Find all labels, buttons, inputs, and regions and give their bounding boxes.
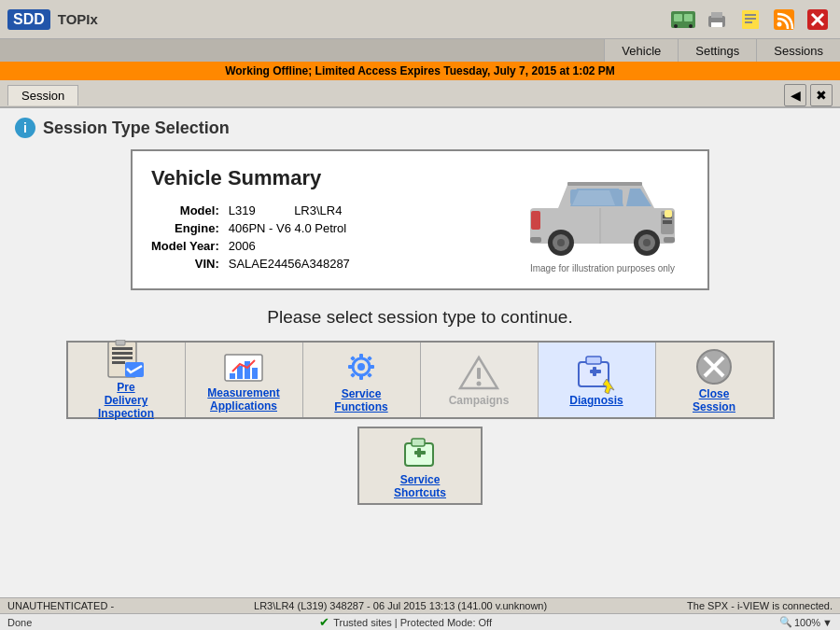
printer-icon-btn[interactable]: [702, 5, 732, 35]
zoom-dropdown[interactable]: ▼: [822, 617, 833, 628]
nav-tabs: Vehicle Settings Sessions: [0, 39, 840, 62]
engine-value: 406PN - V6 4.0 Petrol: [229, 219, 357, 237]
campaigns-label: Campaigns: [449, 394, 510, 407]
tab-vehicle[interactable]: Vehicle: [604, 39, 678, 62]
service-shortcuts-wrap: ServiceShortcuts: [357, 427, 483, 505]
svg-rect-22: [663, 220, 672, 224]
measurement-icon: [223, 347, 264, 386]
svg-rect-33: [664, 237, 675, 243]
status-right: The SPX - i-VIEW is connected.: [687, 600, 833, 611]
campaigns-btn-wrap: Campaigns: [421, 343, 539, 417]
close-session-btn[interactable]: CloseSession: [656, 343, 773, 417]
pre-delivery-btn[interactable]: PreDeliveryInspection: [68, 343, 185, 417]
service-functions-label: ServiceFunctions: [334, 387, 387, 413]
session-tab[interactable]: Session: [7, 85, 78, 105]
svg-rect-36: [112, 347, 133, 350]
diagnosis-icon: [573, 353, 620, 394]
model-year-label: Model Year:: [151, 237, 229, 255]
service-functions-btn[interactable]: ServiceFunctions: [303, 343, 420, 417]
svg-rect-40: [116, 340, 125, 345]
session-back-btn[interactable]: ◀: [784, 84, 806, 106]
svg-rect-58: [477, 368, 481, 379]
close-app-icon-btn[interactable]: [803, 5, 833, 35]
measurement-btn[interactable]: MeasurementApplications: [186, 343, 302, 417]
session-strip: Session ◀ ✖: [0, 80, 840, 108]
check-icon: ✔: [319, 615, 329, 629]
model-year-value: 2006: [229, 237, 357, 255]
model-year-row: Model Year: 2006: [151, 237, 357, 255]
vin-value: SALAE24456A348287: [229, 255, 357, 273]
session-strip-icons: ◀ ✖: [784, 84, 833, 106]
service-functions-icon: [341, 346, 382, 387]
sdo-logo: SDD: [7, 9, 50, 30]
svg-point-13: [777, 21, 782, 26]
close-session-icon: [693, 346, 735, 387]
svg-rect-52: [369, 365, 374, 369]
model-label: Model:: [151, 202, 229, 219]
tab-settings[interactable]: Settings: [678, 39, 756, 62]
tab-sessions[interactable]: Sessions: [756, 39, 840, 62]
section-header: i Session Type Selection: [15, 118, 825, 138]
select-prompt: Please select session type to continue.: [15, 307, 825, 328]
status-center: LR3\LR4 (L319) 348287 - 06 Jul 2015 13:1…: [254, 600, 547, 611]
status-bar: UNAUTHENTICATED - LR3\LR4 (L319) 348287 …: [0, 597, 840, 630]
svg-rect-44: [237, 366, 243, 379]
model-value: L319: [229, 202, 266, 219]
svg-rect-39: [112, 361, 125, 364]
vehicle-icon-btn[interactable]: [668, 5, 698, 35]
svg-rect-46: [252, 368, 258, 379]
zoom-icon: 🔍: [779, 616, 792, 628]
engine-row: Engine: 406PN - V6 4.0 Petrol: [151, 219, 357, 237]
vehicle-summary-box: Vehicle Summary Model: L319 LR3\LR4 Engi…: [131, 149, 709, 290]
pre-delivery-btn-wrap: PreDeliveryInspection: [68, 343, 186, 417]
svg-rect-63: [593, 367, 596, 376]
svg-point-48: [357, 363, 365, 371]
svg-point-3: [674, 24, 678, 28]
vehicle-icon: [669, 6, 697, 34]
main-content: i Session Type Selection Vehicle Summary…: [0, 108, 840, 603]
svg-rect-45: [245, 361, 250, 379]
illustration-note: Image for illustration purposes only: [530, 263, 675, 273]
vehicle-image-area: Image for illustration purposes only: [516, 166, 689, 273]
engine-label: Engine:: [151, 219, 229, 237]
warning-bar: Working Offline; Limited Access Expires …: [0, 62, 840, 80]
vehicle-summary-left: Vehicle Summary Model: L319 LR3\LR4 Engi…: [151, 166, 357, 273]
svg-rect-51: [348, 365, 354, 369]
vehicle-summary-title: Vehicle Summary: [151, 166, 357, 190]
trusted-text: Trusted sites | Protected Mode: Off: [333, 617, 492, 628]
svg-rect-32: [530, 237, 541, 243]
diagnosis-btn[interactable]: Diagnosis: [539, 343, 655, 417]
service-shortcuts-btn[interactable]: ServiceShortcuts: [359, 428, 481, 503]
svg-point-30: [643, 239, 651, 246]
close-session-label: CloseSession: [693, 387, 735, 413]
close-session-btn-wrap: CloseSession: [656, 343, 773, 417]
app-title: TOPIx: [58, 11, 98, 27]
campaigns-btn[interactable]: Campaigns: [421, 343, 538, 417]
header-left: SDD TOPIx: [7, 9, 98, 30]
svg-rect-6: [711, 12, 722, 18]
svg-rect-7: [711, 22, 722, 27]
notes-icon-btn[interactable]: [735, 5, 765, 35]
svg-rect-1: [674, 14, 682, 21]
status-row1: UNAUTHENTICATED - LR3\LR4 (L319) 348287 …: [0, 597, 840, 613]
svg-rect-34: [567, 182, 642, 186]
svg-point-27: [557, 239, 565, 246]
svg-rect-23: [665, 210, 672, 217]
section-title: Session Type Selection: [43, 119, 230, 138]
measurement-btn-wrap: MeasurementApplications: [186, 343, 303, 417]
service-functions-btn-wrap: ServiceFunctions: [303, 343, 421, 417]
session-close-btn[interactable]: ✖: [810, 84, 833, 106]
header-icons: [668, 5, 833, 35]
svg-rect-37: [112, 352, 133, 355]
app-header: SDD TOPIx: [0, 0, 840, 39]
status-left: UNAUTHENTICATED -: [7, 600, 114, 611]
service-shortcuts-icon: [399, 432, 441, 473]
svg-rect-24: [531, 211, 540, 230]
campaigns-icon: [458, 353, 499, 394]
rss-icon-btn[interactable]: [769, 5, 799, 35]
svg-point-4: [689, 24, 693, 28]
trusted-section: ✔ Trusted sites | Protected Mode: Off: [319, 615, 492, 629]
zoom-level: 100%: [794, 617, 820, 628]
svg-rect-50: [359, 374, 363, 380]
diagnosis-label: Diagnosis: [569, 394, 623, 407]
